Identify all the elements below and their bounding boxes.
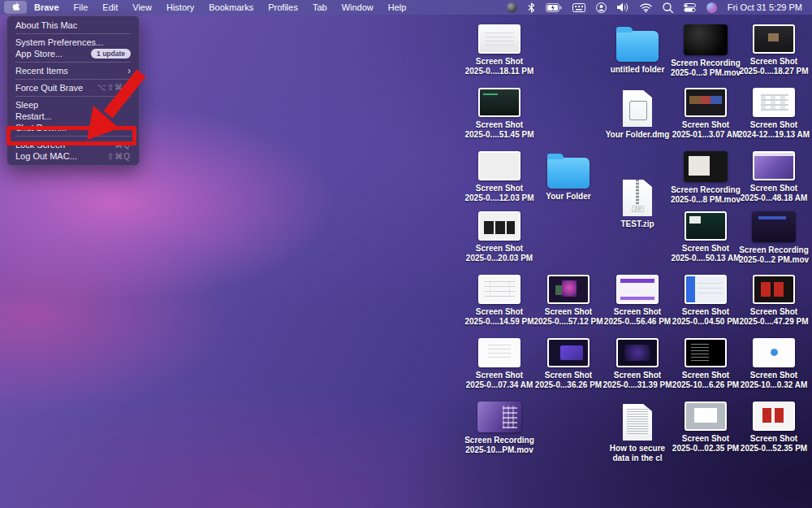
desktop-item-label-line: Screen Shot — [739, 307, 808, 317]
shot-light2-icon — [753, 338, 795, 367]
desktop-item-label: Your Folder — [546, 192, 590, 202]
shot-gray-icon — [685, 402, 727, 431]
desktop-item-label-line: 2025-10...PM.mov — [464, 445, 534, 455]
menu-item-sleep[interactable]: Sleep — [7, 99, 139, 111]
menubar-menu-tab[interactable]: Tab — [305, 0, 335, 15]
menubar-menu-edit[interactable]: Edit — [95, 0, 125, 15]
user-account-icon[interactable] — [596, 2, 607, 13]
menu-item-force-quit-brave[interactable]: Force Quit Brave⌥⇧⌘⎋ — [7, 82, 139, 93]
shot-blue-icon — [685, 275, 727, 304]
menu-item-about-this-mac[interactable]: About This Mac — [7, 20, 139, 31]
menu-item-lock-screen[interactable]: Lock Screen⌃⌘Q — [7, 139, 139, 150]
shot-table-icon — [478, 275, 520, 304]
desktop-item-label: Screen Shot2025-0....51.45 PM — [464, 120, 533, 140]
desktop-item[interactable]: Screen Recording2025-10...PM.mov — [451, 402, 548, 455]
siri-icon[interactable] — [706, 2, 717, 13]
menu-item-label: Sleep — [15, 100, 38, 110]
desktop-item-label: Screen Shot2025-0...52.35 PM — [741, 434, 807, 454]
shot-light-icon — [478, 24, 520, 54]
desktop-item[interactable]: Screen Shot2025-10...0.32 AM — [725, 338, 812, 390]
bluetooth-icon[interactable] — [528, 2, 535, 13]
app-circle-icon[interactable] — [507, 2, 517, 13]
desktop-item-label: Screen Recording2025-0...2 PM.mov — [739, 245, 809, 265]
shot-red-dark-icon — [753, 275, 795, 304]
menubar-menu-profiles[interactable]: Profiles — [261, 0, 305, 15]
wifi-icon[interactable] — [640, 3, 652, 12]
menu-item-restart[interactable]: Restart... — [7, 111, 139, 122]
apple-logo-icon — [11, 2, 20, 13]
menubar-menu-bookmarks[interactable]: Bookmarks — [201, 0, 261, 15]
desktop-item[interactable]: Screen Shot2025-0...20.03 PM — [451, 211, 548, 263]
desktop-item[interactable]: Screen Shot2025-0....18.27 PM — [725, 24, 812, 76]
keyboard-icon[interactable] — [572, 3, 585, 12]
menubar-menu-help[interactable]: Help — [381, 0, 414, 15]
desktop-item-label-line: 2025-0...48.18 AM — [741, 193, 807, 203]
desktop-item-label-line: Screen Shot — [741, 434, 807, 444]
desktop-item-label-line: Screen Shot — [464, 120, 533, 130]
desktop-item[interactable]: Screen Shot2025-0...52.35 PM — [725, 402, 812, 454]
menubar-app-title[interactable]: Brave — [27, 0, 67, 15]
shot-form-icon — [478, 338, 520, 367]
shot-purple-dark-icon — [547, 338, 590, 367]
folder-icon — [616, 31, 659, 62]
control-center-icon[interactable] — [684, 3, 696, 12]
volume-icon[interactable] — [617, 2, 629, 12]
menu-item-label: System Preferences... — [15, 37, 103, 47]
menubar-menu-file[interactable]: File — [67, 0, 96, 15]
menu-separator — [15, 96, 131, 97]
menu-item-app-store[interactable]: App Store...1 update — [7, 48, 139, 59]
shot-rows-icon — [478, 211, 520, 241]
video-desktop-icon — [477, 402, 521, 432]
shot-purple-dark2-icon — [616, 338, 659, 367]
desktop-item[interactable]: Screen Shot2025-0...48.18 AM — [725, 151, 812, 203]
apple-menu-button[interactable] — [4, 1, 27, 14]
menu-bar-status: Fri Oct 31 5:29 PM — [507, 2, 812, 13]
desktop-item-label-line: Screen Recording — [739, 245, 809, 255]
menu-bar-clock[interactable]: Fri Oct 31 5:29 PM — [728, 2, 802, 12]
shot-dark-web-icon — [685, 88, 727, 117]
video-web-icon — [684, 151, 728, 182]
menu-separator — [15, 62, 131, 63]
desktop-item-label-line: 2025-0....47.29 PM — [739, 317, 808, 327]
submenu-chevron-icon: › — [127, 67, 131, 75]
shot-red-light-icon — [753, 402, 795, 431]
menu-item-label: Restart... — [15, 111, 52, 121]
menu-item-recent-items[interactable]: Recent Items› — [7, 65, 139, 76]
desktop-item-label-line: Screen Shot — [738, 120, 810, 130]
menu-item-label: Log Out MAC... — [15, 151, 77, 161]
menu-separator — [15, 136, 131, 137]
desktop-item-label: Screen Shot2025-0....47.29 PM — [739, 307, 808, 327]
desktop-item-label-line: 2025-0...20.03 PM — [466, 254, 533, 263]
desktop-item-label-line: Screen Shot — [465, 57, 534, 67]
folder-icon — [547, 158, 590, 189]
desktop-item[interactable]: Screen Recording2025-0...2 PM.mov — [725, 211, 812, 265]
menu-item-log-out-mac[interactable]: Log Out MAC...⇧⌘Q — [7, 150, 139, 162]
desktop: Brave FileEditViewHistoryBookmarksProfil… — [0, 0, 812, 508]
desktop-item-label: Screen Shot2025-0...20.03 PM — [466, 244, 533, 263]
desktop-item[interactable]: Screen Shot2025-0....47.29 PM — [725, 275, 812, 327]
battery-charging-icon[interactable] — [546, 3, 562, 12]
menu-separator — [15, 33, 131, 34]
desktop-item-label: Screen Shot2025-0....18.11 PM — [465, 57, 534, 76]
desktop-item[interactable]: Screen Shot2025-0....18.11 PM — [451, 24, 548, 76]
shot-desktop-icon — [753, 151, 795, 180]
menubar-menu-history[interactable]: History — [159, 0, 201, 15]
menubar-menu-view[interactable]: View — [125, 0, 159, 15]
spotlight-search-icon[interactable] — [663, 2, 673, 13]
desktop-item-label: Screen Recording2025-10...PM.mov — [464, 436, 534, 455]
desktop-item[interactable]: Screen Shot2024-12...19.13 AM — [725, 88, 812, 140]
menu-item-label: Lock Screen — [15, 140, 65, 150]
desktop-item-label-line: 2024-12...19.13 AM — [738, 130, 810, 140]
shot-purple-light-icon — [616, 275, 659, 304]
menu-bar-left: Brave FileEditViewHistoryBookmarksProfil… — [0, 0, 413, 15]
desktop-item-label-line: Your Folder — [546, 192, 590, 202]
desktop-item-label-line: 2025-0...52.35 PM — [741, 444, 807, 454]
desktop-item[interactable]: Screen Shot2025-0....51.45 PM — [451, 88, 548, 140]
shot-pink-icon — [547, 275, 590, 304]
menu-item-shut-down[interactable]: Shut Down... — [7, 122, 139, 133]
menubar-menu-window[interactable]: Window — [335, 0, 381, 15]
desktop-item-label: Screen Shot2025-10...0.32 AM — [741, 371, 807, 390]
menu-item-label: About This Mac — [15, 20, 77, 30]
menu-item-system-preferences[interactable]: System Preferences... — [7, 37, 139, 48]
desktop-item-label: Screen Shot2025-0....18.27 PM — [739, 57, 808, 76]
